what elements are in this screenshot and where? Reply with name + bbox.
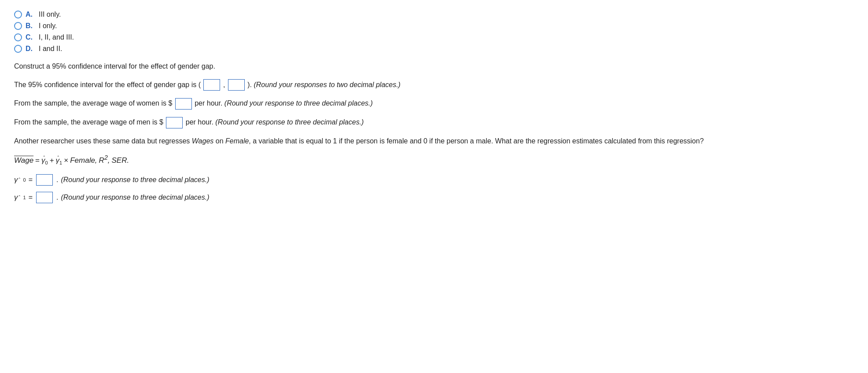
option-C[interactable]: C. I, II, and III. bbox=[14, 33, 854, 41]
gamma1-period: . bbox=[56, 194, 58, 201]
confidence-lower-input[interactable] bbox=[203, 79, 220, 91]
formula-times-symbol: × bbox=[64, 156, 68, 165]
option-A[interactable]: A. III only. bbox=[14, 11, 854, 18]
option-text-A: III only. bbox=[39, 11, 61, 18]
confidence-line-prefix: The 95% confidence interval for the effe… bbox=[14, 81, 201, 88]
women-wage-prefix: From the sample, the average wage of wom… bbox=[14, 99, 172, 107]
option-text-C: I, II, and III. bbox=[39, 33, 74, 41]
option-D[interactable]: D. I and II. bbox=[14, 45, 854, 53]
gamma0-input[interactable] bbox=[36, 174, 53, 186]
researcher-text-rest: , a variable that is equal to 1 if the p… bbox=[249, 137, 703, 145]
gamma1-input[interactable] bbox=[36, 192, 53, 203]
confidence-comma: , bbox=[223, 81, 225, 88]
formula-female-var: Female, bbox=[70, 156, 97, 165]
radio-circle-D[interactable] bbox=[14, 45, 22, 53]
gamma0-row: γ̂0 = . (Round your response to three de… bbox=[14, 174, 854, 186]
confidence-upper-input[interactable] bbox=[228, 79, 245, 91]
option-label-B: B. bbox=[26, 22, 35, 30]
option-text-D: I and II. bbox=[39, 45, 62, 53]
radio-circle-B[interactable] bbox=[14, 22, 22, 30]
wage-overline: Wage bbox=[14, 156, 33, 165]
gamma1-symbol: γ bbox=[14, 193, 18, 202]
formula-equals: = bbox=[35, 156, 40, 165]
researcher-text-start: Another researcher uses these same data … bbox=[14, 137, 192, 145]
female-label: Female bbox=[225, 137, 249, 145]
men-wage-prefix: From the sample, the average wage of men… bbox=[14, 118, 163, 126]
radio-circle-C[interactable] bbox=[14, 33, 22, 41]
women-wage-line: From the sample, the average wage of wom… bbox=[14, 98, 854, 110]
confidence-input-line: The 95% confidence interval for the effe… bbox=[14, 79, 854, 91]
option-text-B: I only. bbox=[39, 22, 57, 30]
formula-r2: R2, bbox=[99, 154, 110, 165]
gamma0-hat: γ̂0 bbox=[41, 155, 48, 165]
researcher-paragraph: Another researcher uses these same data … bbox=[14, 135, 854, 147]
gamma0-symbol: γ bbox=[14, 176, 18, 184]
gamma0-equals-sign: = bbox=[29, 176, 33, 184]
confidence-intro-text: Construct a 95% confidence interval for … bbox=[14, 62, 215, 70]
option-label-C: C. bbox=[26, 33, 35, 41]
gamma1-row: γ̂1 = . (Round your response to three de… bbox=[14, 192, 854, 203]
confidence-round-note: (Round your responses to two decimal pla… bbox=[254, 81, 401, 88]
confidence-intro-paragraph: Construct a 95% confidence interval for … bbox=[14, 61, 854, 72]
radio-options-section: A. III only. B. I only. C. I, II, and II… bbox=[14, 11, 854, 53]
option-B[interactable]: B. I only. bbox=[14, 22, 854, 30]
wages-label: Wages bbox=[192, 137, 214, 145]
men-wage-note: (Round your response to three decimal pl… bbox=[215, 118, 364, 126]
gamma1-note: (Round your response to three decimal pl… bbox=[61, 194, 209, 201]
men-wage-suffix: per hour. bbox=[186, 118, 216, 126]
formula-ser: SER. bbox=[111, 156, 129, 165]
radio-circle-A[interactable] bbox=[14, 11, 22, 18]
gamma0-note: (Round your response to three decimal pl… bbox=[61, 176, 209, 184]
women-wage-suffix: per hour. bbox=[195, 99, 224, 107]
gamma1-equals-sign: = bbox=[29, 194, 33, 201]
gamma1-hat: γ̂1 bbox=[56, 155, 63, 165]
women-wage-input[interactable] bbox=[175, 98, 192, 110]
option-label-D: D. bbox=[26, 45, 35, 53]
men-wage-input[interactable] bbox=[166, 117, 183, 128]
gamma0-period: . bbox=[56, 176, 58, 184]
men-wage-line: From the sample, the average wage of men… bbox=[14, 117, 854, 128]
confidence-paren-close: ). bbox=[247, 81, 254, 88]
formula-display: Wage = γ̂0 + γ̂1 × Female, R2, SER. bbox=[14, 154, 854, 165]
researcher-text-on: on bbox=[213, 137, 225, 145]
option-label-A: A. bbox=[26, 11, 35, 18]
women-wage-note: (Round your response to three decimal pl… bbox=[224, 99, 373, 107]
formula-plus: + bbox=[50, 156, 54, 165]
